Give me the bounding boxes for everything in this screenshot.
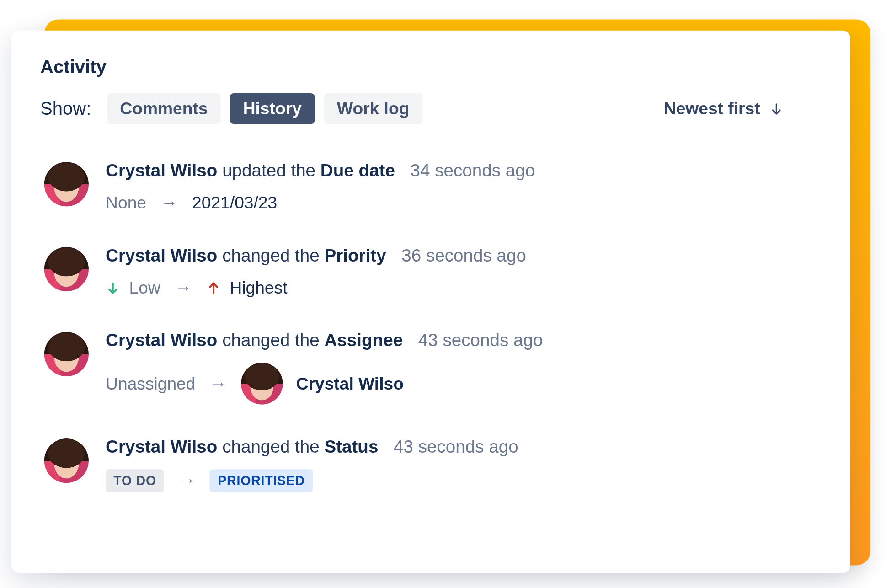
arrow-right-icon: →	[210, 374, 227, 394]
change-from: Low	[106, 278, 160, 298]
avatar	[44, 162, 89, 206]
history-user: Crystal Wilso	[106, 246, 217, 265]
filter-bar: Show: Comments History Work log Newest f…	[40, 93, 822, 124]
avatar	[44, 438, 89, 483]
priority-low-icon	[106, 281, 120, 295]
change-to: Highest	[206, 278, 288, 298]
history-change: Unassigned → Crystal Wilso	[106, 363, 543, 405]
history-item: Crystal Wilso changed the Assignee 43 se…	[44, 331, 822, 405]
change-to: 2021/03/23	[192, 192, 277, 213]
history-item: Crystal Wilso updated the Due date 34 se…	[44, 160, 822, 213]
history-summary: Crystal Wilso updated the Due date 34 se…	[106, 160, 535, 181]
history-field: Status	[324, 437, 378, 457]
history-verb: changed the	[222, 437, 320, 457]
panel-title: Activity	[40, 57, 822, 78]
history-change: None → 2021/03/23	[106, 192, 535, 213]
history-time: 34 seconds ago	[411, 160, 535, 180]
arrow-right-icon: →	[160, 192, 177, 213]
arrow-right-icon: →	[175, 278, 192, 298]
arrow-right-icon: →	[179, 470, 196, 491]
history-verb: changed the	[222, 331, 320, 350]
status-badge: PRIORITISED	[210, 469, 313, 492]
avatar	[241, 363, 283, 405]
history-summary: Crystal Wilso changed the Priority 36 se…	[106, 246, 526, 266]
tab-comments[interactable]: Comments	[107, 93, 221, 124]
sort-label: Newest first	[664, 98, 760, 118]
change-from: Unassigned	[106, 374, 195, 394]
history-summary: Crystal Wilso changed the Assignee 43 se…	[106, 331, 543, 351]
history-item: Crystal Wilso changed the Priority 36 se…	[44, 246, 822, 298]
history-list: Crystal Wilso updated the Due date 34 se…	[40, 160, 822, 492]
history-time: 43 seconds ago	[394, 437, 518, 457]
history-field: Assignee	[324, 331, 403, 350]
change-from: None	[106, 192, 146, 213]
history-field: Due date	[320, 160, 395, 180]
history-change: TO DO → PRIORITISED	[106, 469, 518, 492]
avatar	[44, 247, 89, 291]
history-item: Crystal Wilso changed the Status 43 seco…	[44, 437, 822, 492]
tab-worklog[interactable]: Work log	[324, 93, 422, 124]
activity-panel: Activity Show: Comments History Work log…	[11, 31, 850, 573]
arrow-down-icon	[769, 102, 784, 116]
sort-toggle[interactable]: Newest first	[664, 98, 822, 118]
history-field: Priority	[324, 246, 386, 265]
history-time: 36 seconds ago	[401, 246, 526, 265]
show-label: Show:	[40, 98, 91, 119]
history-time: 43 seconds ago	[418, 331, 543, 350]
priority-highest-icon	[206, 281, 220, 295]
history-user: Crystal Wilso	[106, 437, 217, 457]
avatar	[44, 332, 89, 376]
status-badge: TO DO	[106, 469, 164, 492]
tab-history[interactable]: History	[230, 93, 315, 124]
history-summary: Crystal Wilso changed the Status 43 seco…	[106, 437, 518, 457]
change-to: Crystal Wilso	[241, 363, 404, 405]
history-user: Crystal Wilso	[106, 160, 217, 180]
history-verb: changed the	[222, 246, 320, 265]
history-change: Low → Highest	[106, 278, 526, 298]
history-user: Crystal Wilso	[106, 331, 217, 350]
history-verb: updated the	[222, 160, 315, 180]
